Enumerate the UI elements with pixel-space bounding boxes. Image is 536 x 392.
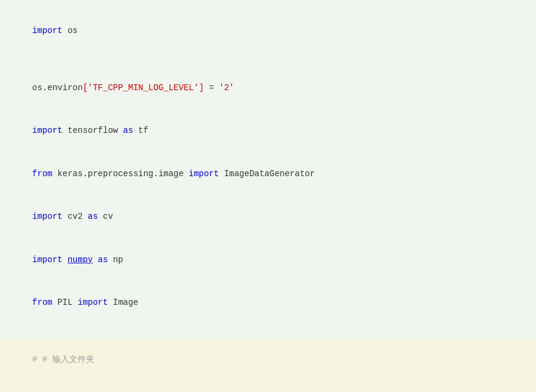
code-line-9 [12,325,524,339]
code-editor: import os os.environ['TF_CPP_MIN_LOG_LEV… [0,0,536,392]
code-line-5: from keras.preprocessing.image import Im… [12,153,524,195]
code-line-8: from PIL import Image [12,281,524,324]
code-line-7: import numpy as np [12,239,524,281]
code-line-11: # path = r'./input' [0,382,536,392]
code-line-4: import tensorflow as tf [12,110,524,153]
code-line-6: import cv2 as cv [12,195,524,238]
code-line-1: import os [12,10,524,52]
code-line-2 [12,52,524,67]
code-line-10: # # 输入文件夹 [0,338,536,381]
code-line-3: os.environ['TF_CPP_MIN_LOG_LEVEL'] = '2' [12,67,524,109]
